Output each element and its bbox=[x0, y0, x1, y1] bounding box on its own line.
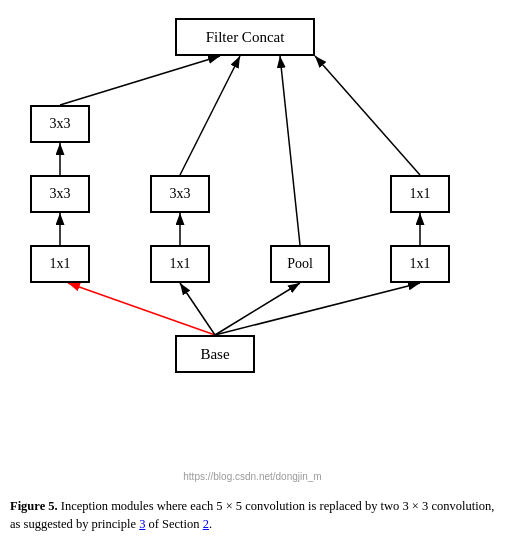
svg-line-3 bbox=[180, 283, 215, 335]
watermark: https://blog.csdn.net/dongjin_m bbox=[183, 471, 321, 482]
svg-line-9 bbox=[60, 56, 220, 105]
svg-line-11 bbox=[280, 56, 300, 245]
caption-text3: . bbox=[209, 517, 212, 531]
box-3x3-top: 3x3 bbox=[30, 105, 90, 143]
filter-concat-label: Filter Concat bbox=[206, 29, 285, 46]
base-label: Base bbox=[200, 346, 229, 363]
box-1x1-center: 1x1 bbox=[150, 245, 210, 283]
filter-concat-node: Filter Concat bbox=[175, 18, 315, 56]
caption-text2: of Section bbox=[145, 517, 202, 531]
svg-line-10 bbox=[180, 56, 240, 175]
box-3x3-mid-center: 3x3 bbox=[150, 175, 210, 213]
svg-line-4 bbox=[215, 283, 300, 335]
box-3x3-mid-left-label: 3x3 bbox=[50, 186, 71, 202]
box-1x1-center-label: 1x1 bbox=[170, 256, 191, 272]
diagram-area: Filter Concat 3x3 3x3 3x3 1x1 1x1 Pool 1… bbox=[0, 0, 505, 460]
box-1x1-right-bot: 1x1 bbox=[390, 245, 450, 283]
diagram-svg bbox=[0, 0, 505, 460]
box-pool-label: Pool bbox=[287, 256, 313, 272]
caption-text1: Inception modules where each 5 × 5 convo… bbox=[10, 499, 494, 532]
figure-caption: Figure 5. Inception modules where each 5… bbox=[0, 493, 505, 539]
base-node: Base bbox=[175, 335, 255, 373]
box-1x1-right-bot-label: 1x1 bbox=[410, 256, 431, 272]
box-1x1-right-top-label: 1x1 bbox=[410, 186, 431, 202]
box-3x3-mid-left: 3x3 bbox=[30, 175, 90, 213]
svg-line-5 bbox=[215, 283, 420, 335]
box-1x1-right-top: 1x1 bbox=[390, 175, 450, 213]
box-3x3-mid-center-label: 3x3 bbox=[170, 186, 191, 202]
box-3x3-top-label: 3x3 bbox=[50, 116, 71, 132]
box-1x1-left-label: 1x1 bbox=[50, 256, 71, 272]
svg-line-13 bbox=[315, 56, 420, 175]
box-1x1-left: 1x1 bbox=[30, 245, 90, 283]
figure-number: Figure 5. bbox=[10, 499, 58, 513]
box-pool: Pool bbox=[270, 245, 330, 283]
svg-line-1 bbox=[68, 283, 215, 335]
